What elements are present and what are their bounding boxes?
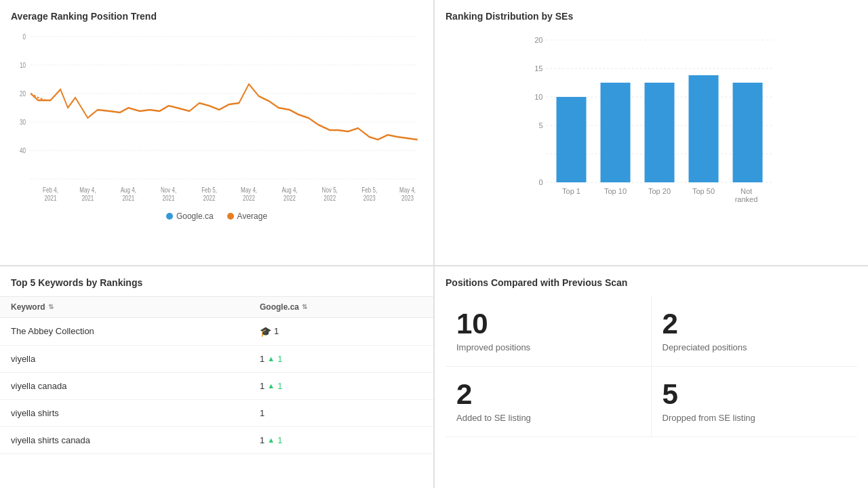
keyword-col-header: Keyword ⇅: [11, 302, 260, 312]
line-chart-svg: 0 10 20 30 40 Feb 4, 2021 May 4, 2021 Au…: [11, 30, 422, 206]
svg-text:Top 20: Top 20: [648, 187, 671, 195]
graduation-icon: 🎓: [260, 326, 271, 337]
dashboard: Average Ranking Position Trend 0 10 20 3…: [0, 0, 868, 488]
svg-text:2021: 2021: [45, 194, 57, 203]
rank-change-value: 1: [277, 354, 282, 364]
svg-text:Aug 4,: Aug 4,: [121, 186, 136, 195]
svg-text:20: 20: [534, 36, 542, 44]
keyword-sort-icon[interactable]: ⇅: [48, 303, 54, 310]
improved-label: Improved positions: [456, 342, 640, 352]
rank-change-value: 1: [277, 381, 282, 391]
svg-text:30: 30: [20, 118, 26, 127]
svg-text:Top 10: Top 10: [604, 187, 627, 195]
bar-top20: [645, 83, 675, 182]
rank-cell: 1 ▲ 1: [260, 354, 422, 364]
google-col-header: Google.ca ⇅: [260, 302, 422, 312]
svg-text:2022: 2022: [243, 194, 255, 203]
keywords-panel: Top 5 Keywords by Rankings Keyword ⇅ Goo…: [0, 266, 433, 489]
keyword-cell: viyella canada: [11, 381, 260, 391]
keyword-cell: viyella: [11, 354, 260, 364]
svg-text:Nov 4,: Nov 4,: [161, 186, 176, 195]
svg-text:10: 10: [534, 93, 542, 101]
table-row: viyella 1 ▲ 1: [0, 346, 433, 373]
svg-text:2021: 2021: [163, 194, 175, 203]
position-item-added: 2 Added to SE listing: [446, 367, 652, 437]
svg-text:2021: 2021: [81, 194, 94, 203]
positions-title: Positions Compared with Previous Scan: [446, 277, 857, 288]
table-row: viyella shirts 1: [0, 400, 433, 427]
avg-ranking-panel: Average Ranking Position Trend 0 10 20 3…: [0, 0, 433, 265]
position-item-depreciated: 2 Depreciated positions: [652, 296, 858, 367]
keywords-title: Top 5 Keywords by Rankings: [0, 266, 433, 296]
bar-top1: [557, 97, 587, 182]
svg-text:Aug 4,: Aug 4,: [281, 186, 297, 195]
svg-text:May 4,: May 4,: [241, 186, 257, 195]
rank-up-icon: ▲: [267, 354, 275, 363]
svg-text:Feb 4,: Feb 4,: [43, 186, 58, 195]
svg-text:Feb 5,: Feb 5,: [361, 186, 377, 195]
table-header: Keyword ⇅ Google.ca ⇅: [0, 296, 433, 318]
svg-text:Top 50: Top 50: [692, 187, 715, 195]
legend-average: Average: [227, 211, 267, 221]
table-row: viyella canada 1 ▲ 1: [0, 373, 433, 400]
dropped-number: 5: [663, 380, 847, 409]
table-row: The Abbey Collection 🎓 1: [0, 318, 433, 346]
improved-number: 10: [456, 310, 640, 338]
keyword-cell: viyella shirts: [11, 408, 260, 418]
table-row: viyella shirts canada 1 ▲ 1: [0, 427, 433, 454]
keyword-cell: The Abbey Collection: [11, 326, 260, 336]
positions-grid: 10 Improved positions 2 Depreciated posi…: [446, 296, 857, 437]
bar-chart-svg: 20 15 10 5 0 Top 1 Top 10 Top 20: [446, 30, 857, 233]
svg-text:2022: 2022: [283, 194, 296, 203]
bar-chart: 20 15 10 5 0 Top 1 Top 10 Top 20: [446, 30, 857, 220]
svg-text:2022: 2022: [203, 194, 216, 203]
chart-legend: Google.ca Average: [11, 211, 422, 221]
svg-text:Nov 5,: Nov 5,: [322, 186, 338, 195]
rank-change-value: 1: [277, 435, 282, 445]
svg-text:40: 40: [20, 146, 26, 155]
svg-text:May 4,: May 4,: [399, 186, 416, 195]
position-item-dropped: 5 Dropped from SE listing: [652, 367, 858, 437]
keyword-cell: viyella shirts canada: [11, 435, 260, 445]
depreciated-number: 2: [663, 310, 847, 338]
svg-text:0: 0: [538, 178, 542, 186]
rank-up-icon: ▲: [267, 382, 275, 390]
added-label: Added to SE listing: [456, 413, 640, 423]
svg-text:15: 15: [534, 64, 542, 73]
ranking-distribution-title: Ranking Distribution by SEs: [446, 11, 857, 22]
svg-text:2023: 2023: [363, 194, 376, 203]
legend-average-label: Average: [237, 211, 267, 221]
depreciated-label: Depreciated positions: [663, 342, 847, 352]
svg-text:Top 1: Top 1: [562, 187, 580, 195]
rank-up-icon: ▲: [267, 436, 275, 444]
bar-top50: [689, 75, 719, 182]
google-dot: [166, 213, 173, 220]
rank-cell: 1 ▲ 1: [260, 381, 422, 391]
svg-text:10: 10: [20, 61, 26, 70]
svg-text:0: 0: [22, 33, 25, 41]
svg-text:5: 5: [538, 121, 542, 129]
positions-panel: Positions Compared with Previous Scan 10…: [435, 266, 868, 489]
rank-cell: 1: [260, 408, 422, 418]
dropped-label: Dropped from SE listing: [663, 413, 847, 423]
svg-text:ranked: ranked: [735, 195, 758, 203]
svg-text:20: 20: [20, 89, 26, 98]
svg-text:2023: 2023: [401, 194, 414, 203]
svg-text:May 4,: May 4,: [79, 186, 96, 195]
svg-text:Feb 5,: Feb 5,: [201, 186, 217, 195]
bar-not-ranked: [733, 83, 763, 182]
average-dot: [227, 213, 234, 220]
rank-cell: 1 ▲ 1: [260, 435, 422, 445]
svg-text:Not: Not: [741, 187, 752, 195]
bar-top10: [601, 83, 631, 182]
rank-cell: 🎓 1: [260, 326, 422, 337]
legend-google: Google.ca: [166, 211, 214, 221]
legend-google-label: Google.ca: [176, 211, 214, 221]
position-item-improved: 10 Improved positions: [446, 296, 652, 367]
line-chart: 0 10 20 30 40 Feb 4, 2021 May 4, 2021 Au…: [11, 30, 422, 206]
avg-ranking-title: Average Ranking Position Trend: [11, 11, 422, 22]
svg-text:2022: 2022: [323, 194, 336, 203]
added-number: 2: [456, 380, 640, 409]
google-sort-icon[interactable]: ⇅: [302, 303, 307, 310]
svg-text:2021: 2021: [122, 194, 134, 203]
